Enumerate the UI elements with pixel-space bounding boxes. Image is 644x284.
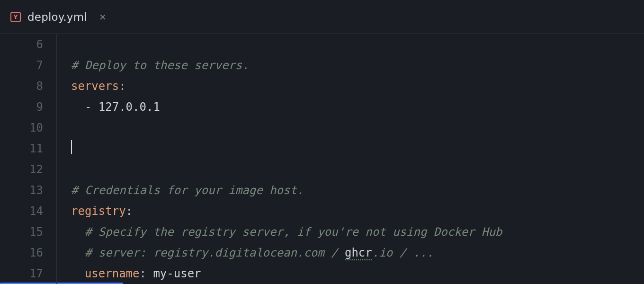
code-line[interactable]: registry: <box>71 201 644 222</box>
line-number: 8 <box>0 76 43 97</box>
code-line[interactable]: - 127.0.0.1 <box>71 97 644 117</box>
code-line[interactable]: servers: <box>71 76 644 97</box>
code-editor[interactable]: 67891011121314151617 # Deploy to these s… <box>0 34 644 284</box>
line-number: 17 <box>0 263 43 284</box>
code-token: # Specify the registry server, if you're… <box>71 225 502 239</box>
code-line[interactable] <box>71 138 644 159</box>
code-line[interactable]: # Deploy to these servers. <box>71 55 644 76</box>
code-token: .io / ... <box>372 246 434 259</box>
code-token: registry <box>71 204 126 218</box>
line-number: 13 <box>0 180 43 201</box>
line-number: 12 <box>0 159 43 180</box>
line-number: 15 <box>0 222 43 242</box>
code-token: : <box>119 80 125 93</box>
line-number: 11 <box>0 138 43 159</box>
code-token: # Deploy to these servers. <box>71 59 249 72</box>
line-number: 7 <box>0 55 43 76</box>
close-icon[interactable] <box>98 13 107 21</box>
code-line[interactable] <box>71 159 644 180</box>
code-token: my-user <box>153 267 201 280</box>
code-area[interactable]: # Deploy to these servers.servers: - 127… <box>57 34 644 284</box>
code-token: # Credentials for your image host. <box>71 184 304 197</box>
text-cursor <box>71 140 72 154</box>
code-line[interactable] <box>71 34 644 55</box>
tab-bar: Y deploy.yml <box>0 0 644 34</box>
line-number: 10 <box>0 117 43 138</box>
code-token: : <box>140 267 153 280</box>
tab-deploy-yml[interactable]: Y deploy.yml <box>0 0 120 34</box>
line-number: 9 <box>0 97 43 117</box>
line-number-gutter: 67891011121314151617 <box>0 34 57 284</box>
code-token: # server: registry.digitalocean.com / <box>71 246 345 259</box>
code-line[interactable]: # Specify the registry server, if you're… <box>71 222 644 242</box>
code-line[interactable]: username: my-user <box>71 263 644 284</box>
code-token: : <box>126 204 133 218</box>
code-line[interactable]: # server: registry.digitalocean.com / gh… <box>71 242 644 263</box>
code-token: username <box>85 267 140 280</box>
yaml-file-icon: Y <box>10 12 21 22</box>
code-token: - <box>71 100 98 114</box>
line-number: 16 <box>0 242 43 263</box>
code-line[interactable] <box>71 117 644 138</box>
line-number: 6 <box>0 34 43 55</box>
code-line[interactable]: # Credentials for your image host. <box>71 180 644 201</box>
line-number: 14 <box>0 201 43 222</box>
code-token: ghcr <box>345 246 372 260</box>
tab-filename: deploy.yml <box>27 11 87 23</box>
code-token: 127.0.0.1 <box>98 100 160 114</box>
code-token: servers <box>71 80 119 93</box>
code-token <box>71 267 85 280</box>
